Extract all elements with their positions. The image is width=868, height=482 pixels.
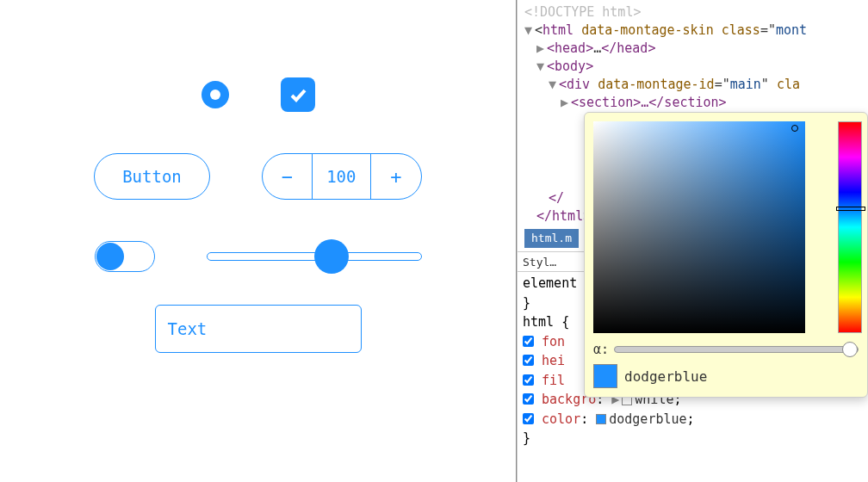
radio-button[interactable] xyxy=(202,81,229,108)
div-element-line[interactable]: ▼<div data-montage-id="main" cla xyxy=(524,76,861,94)
devtools-pane: <!DOCTYPE html> ▼<html data-montage-skin… xyxy=(517,0,868,482)
head-element-line[interactable]: ▶<head>…</head> xyxy=(524,40,861,58)
body-element-line[interactable]: ▼<body> xyxy=(524,58,861,76)
toggle-switch[interactable] xyxy=(95,241,155,272)
hue-bar[interactable] xyxy=(838,121,862,333)
hue-indicator[interactable] xyxy=(836,207,865,211)
toggle-knob xyxy=(96,243,124,270)
alpha-slider[interactable] xyxy=(614,346,859,353)
text-input[interactable]: Text xyxy=(155,305,362,353)
saturation-indicator[interactable] xyxy=(791,125,798,132)
css-toggle[interactable] xyxy=(523,413,534,424)
css-prop-color[interactable]: color: dodgerblue; xyxy=(523,410,863,429)
swatch-dodgerblue[interactable] xyxy=(596,414,606,424)
stepper-decrement[interactable]: − xyxy=(263,154,313,199)
text-button[interactable]: Button xyxy=(94,153,210,200)
stepper-value: 100 xyxy=(313,154,371,199)
number-stepper: − 100 + xyxy=(262,153,422,200)
css-toggle[interactable] xyxy=(523,393,534,405)
color-name-text: dodgerblue xyxy=(624,368,707,385)
color-swatch xyxy=(593,364,617,388)
slider-thumb[interactable] xyxy=(314,239,349,274)
ui-preview-pane: Button − 100 + Text xyxy=(0,0,517,482)
checkbox-checked[interactable] xyxy=(281,77,315,112)
color-picker-popup[interactable]: α: dodgerblue xyxy=(584,112,868,398)
stepper-increment[interactable]: + xyxy=(371,154,421,199)
alpha-label: α: xyxy=(593,342,609,357)
doctype-line: <!DOCTYPE html> xyxy=(524,3,861,22)
css-toggle[interactable] xyxy=(523,355,534,366)
alpha-thumb[interactable] xyxy=(842,342,858,357)
check-icon xyxy=(288,84,308,105)
breadcrumb[interactable]: html.m xyxy=(524,229,579,248)
radio-dot xyxy=(210,90,220,100)
section-element-line[interactable]: ▶<section>…</section> xyxy=(524,94,861,112)
slider[interactable] xyxy=(207,252,422,261)
html-element-line[interactable]: ▼<html data-montage-skin class="mont xyxy=(524,22,861,40)
saturation-box[interactable] xyxy=(593,121,805,333)
css-toggle[interactable] xyxy=(523,336,534,347)
css-toggle[interactable] xyxy=(523,374,534,386)
